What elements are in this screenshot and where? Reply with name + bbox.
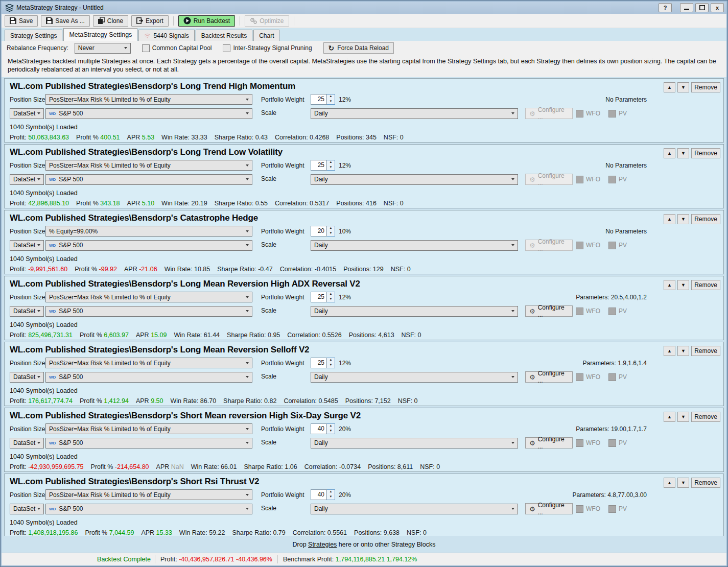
configure-button[interactable]: ⚙ Configure ...	[525, 371, 573, 383]
position-size-select[interactable]: % Equity=99.00%	[45, 226, 252, 237]
position-size-select[interactable]: PosSizer=Max Risk % Limited to % of Equi…	[45, 292, 252, 302]
dataset-select[interactable]: DataSet	[10, 306, 44, 317]
portfolio-weight-input[interactable]: 25	[311, 160, 327, 171]
portfolio-weight-input[interactable]: 40	[311, 423, 327, 434]
pv-checkbox[interactable]	[608, 439, 616, 447]
remove-button[interactable]: Remove	[691, 82, 720, 92]
move-down-button[interactable]: ▼	[677, 412, 689, 422]
portfolio-weight-stepper[interactable]: 25 ▲ ▼	[311, 160, 335, 171]
configure-button[interactable]: ⚙ Configure ...	[525, 240, 573, 251]
remove-button[interactable]: Remove	[691, 346, 720, 356]
scale-select[interactable]: Daily	[311, 438, 518, 448]
scale-select[interactable]: Daily	[311, 372, 518, 383]
dataset-select[interactable]: DataSet	[10, 504, 44, 514]
portfolio-weight-stepper[interactable]: 25 ▲ ▼	[311, 292, 335, 302]
pv-checkbox[interactable]	[608, 373, 616, 381]
move-down-button[interactable]: ▼	[677, 82, 689, 92]
stepper-up-button[interactable]: ▲	[327, 358, 335, 363]
move-up-button[interactable]: ▲	[664, 214, 675, 224]
close-button[interactable]: x	[711, 3, 724, 12]
portfolio-weight-input[interactable]: 25	[311, 358, 327, 368]
move-up-button[interactable]: ▲	[664, 346, 675, 356]
export-button[interactable]: Export	[131, 15, 169, 27]
move-down-button[interactable]: ▼	[677, 148, 689, 158]
remove-button[interactable]: Remove	[691, 148, 720, 158]
move-up-button[interactable]: ▲	[664, 82, 675, 92]
stepper-down-button[interactable]: ▼	[327, 363, 335, 368]
stepper-up-button[interactable]: ▲	[327, 490, 335, 495]
remove-button[interactable]: Remove	[691, 478, 720, 488]
wfo-checkbox[interactable]	[576, 110, 583, 117]
data-source-select[interactable]: WD S&P 500	[45, 240, 252, 251]
tab-strategy-settings[interactable]: Strategy Settings	[5, 30, 62, 41]
wfo-checkbox[interactable]	[576, 439, 583, 447]
data-source-select[interactable]: WD S&P 500	[45, 504, 252, 514]
scale-select[interactable]: Daily	[311, 108, 518, 119]
common-capital-pool-checkbox[interactable]	[142, 44, 150, 52]
data-source-select[interactable]: WD S&P 500	[45, 174, 252, 185]
stepper-up-button[interactable]: ▲	[327, 424, 335, 429]
wfo-checkbox[interactable]	[576, 176, 583, 183]
wfo-checkbox[interactable]	[576, 505, 583, 513]
pv-checkbox[interactable]	[608, 242, 616, 249]
tab-chart[interactable]: Chart	[253, 30, 279, 41]
help-button[interactable]: ?	[659, 3, 672, 12]
data-source-select[interactable]: WD S&P 500	[45, 108, 252, 119]
configure-button[interactable]: ⚙ Configure ...	[525, 503, 573, 514]
clone-button[interactable]: Clone	[93, 15, 128, 27]
tab-backtest-results[interactable]: Backtest Results	[196, 30, 252, 41]
scale-select[interactable]: Daily	[311, 174, 518, 185]
portfolio-weight-stepper[interactable]: 25 ▲ ▼	[311, 94, 335, 105]
portfolio-weight-stepper[interactable]: 40 ▲ ▼	[311, 489, 335, 500]
move-up-button[interactable]: ▲	[664, 280, 675, 290]
dataset-select[interactable]: DataSet	[10, 108, 44, 119]
portfolio-weight-input[interactable]: 25	[311, 292, 327, 302]
configure-button[interactable]: ⚙ Configure ...	[525, 174, 573, 185]
data-source-select[interactable]: WD S&P 500	[45, 372, 252, 383]
stepper-down-button[interactable]: ▼	[327, 166, 335, 171]
portfolio-weight-stepper[interactable]: 25 ▲ ▼	[311, 358, 335, 368]
stepper-down-button[interactable]: ▼	[327, 297, 335, 302]
save-button[interactable]: Save	[5, 15, 38, 27]
scale-select[interactable]: Daily	[311, 504, 518, 514]
portfolio-weight-input[interactable]: 25	[311, 94, 327, 105]
move-down-button[interactable]: ▼	[677, 346, 689, 356]
portfolio-weight-input[interactable]: 40	[311, 489, 327, 500]
data-source-select[interactable]: WD S&P 500	[45, 306, 252, 317]
move-down-button[interactable]: ▼	[677, 478, 689, 488]
tab-metastrategy-settings[interactable]: MetaStrategy Settings	[63, 28, 137, 41]
rebalance-frequency-select[interactable]: Never	[75, 43, 131, 54]
position-size-select[interactable]: PosSizer=Max Risk % Limited to % of Equi…	[45, 489, 252, 500]
position-size-select[interactable]: PosSizer=Max Risk % Limited to % of Equi…	[45, 358, 252, 368]
pv-checkbox[interactable]	[608, 110, 616, 117]
remove-button[interactable]: Remove	[691, 214, 720, 224]
pv-checkbox[interactable]	[608, 308, 616, 315]
portfolio-weight-input[interactable]: 20	[311, 226, 327, 237]
position-size-select[interactable]: PosSizer=Max Risk % Limited to % of Equi…	[45, 423, 252, 434]
stepper-down-button[interactable]: ▼	[327, 231, 335, 237]
stepper-down-button[interactable]: ▼	[327, 100, 335, 105]
move-up-button[interactable]: ▲	[664, 412, 675, 422]
stepper-up-button[interactable]: ▲	[327, 94, 335, 100]
dataset-select[interactable]: DataSet	[10, 438, 44, 448]
remove-button[interactable]: Remove	[691, 280, 720, 290]
dataset-select[interactable]: DataSet	[10, 240, 44, 251]
save-as-button[interactable]: Save As ...	[41, 15, 89, 27]
configure-button[interactable]: ⚙ Configure ...	[525, 305, 573, 317]
inter-strategy-pruning-checkbox[interactable]	[223, 44, 230, 52]
wfo-checkbox[interactable]	[576, 308, 583, 315]
drop-area[interactable]: Drop Strategies here or onto other Strat…	[2, 536, 726, 553]
dataset-select[interactable]: DataSet	[10, 372, 44, 383]
remove-button[interactable]: Remove	[691, 412, 720, 422]
wfo-checkbox[interactable]	[576, 373, 583, 381]
scale-select[interactable]: Daily	[311, 240, 518, 251]
strategies-link[interactable]: Strategies	[308, 541, 337, 548]
portfolio-weight-stepper[interactable]: 40 ▲ ▼	[311, 423, 335, 434]
move-down-button[interactable]: ▼	[677, 280, 689, 290]
configure-button[interactable]: ⚙ Configure ...	[525, 437, 573, 448]
data-source-select[interactable]: WD S&P 500	[45, 438, 252, 448]
pv-checkbox[interactable]	[608, 176, 616, 183]
position-size-select[interactable]: PosSizer=Max Risk % Limited to % of Equi…	[45, 160, 252, 171]
run-backtest-button[interactable]: Run Backtest	[178, 15, 235, 27]
minimize-button[interactable]	[680, 3, 693, 12]
